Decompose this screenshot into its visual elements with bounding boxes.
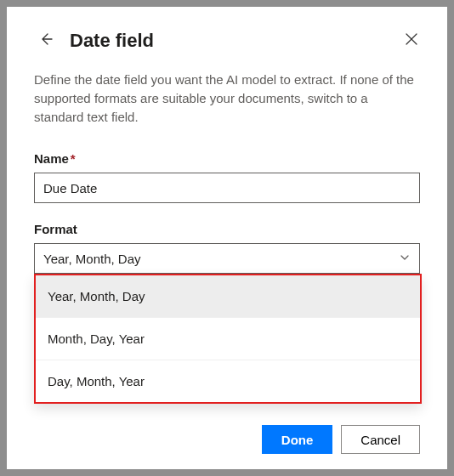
required-indicator: * (71, 151, 76, 166)
panel-title: Date field (70, 30, 154, 52)
format-selected-value: Year, Month, Day (43, 252, 141, 266)
format-option-ymd[interactable]: Year, Month, Day (36, 275, 420, 318)
format-option-mdy[interactable]: Month, Day, Year (36, 318, 420, 360)
format-label: Format (34, 222, 420, 236)
format-select-wrap: Year, Month, Day Year, Month, Day Month,… (34, 243, 420, 274)
format-select[interactable]: Year, Month, Day (34, 243, 420, 274)
cancel-button[interactable]: Cancel (341, 425, 420, 454)
done-button[interactable]: Done (262, 425, 333, 454)
chevron-down-icon (399, 252, 411, 266)
close-icon (405, 36, 418, 48)
panel-description: Define the date field you want the AI mo… (34, 71, 420, 126)
name-input[interactable] (34, 173, 420, 203)
date-field-panel: Date field Define the date field you wan… (7, 7, 447, 469)
arrow-left-icon (37, 37, 54, 50)
format-dropdown: Year, Month, Day Month, Day, Year Day, M… (34, 274, 422, 404)
back-button[interactable] (34, 27, 58, 54)
name-label-text: Name (34, 151, 69, 166)
panel-header: Date field (34, 27, 420, 54)
close-button[interactable] (401, 29, 422, 52)
footer-actions: Done Cancel (262, 425, 420, 454)
format-option-dmy[interactable]: Day, Month, Year (36, 360, 420, 402)
name-label: Name* (34, 151, 420, 166)
